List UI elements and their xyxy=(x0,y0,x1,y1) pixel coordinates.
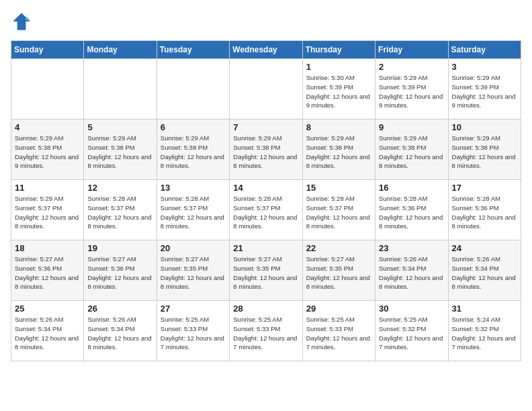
day-info: Sunrise: 5:25 AM Sunset: 5:33 PM Dayligh… xyxy=(161,315,226,352)
weekday-header-tuesday: Tuesday xyxy=(157,41,229,59)
svg-marker-0 xyxy=(13,13,30,30)
calendar-cell: 23Sunrise: 5:26 AM Sunset: 5:34 PM Dayli… xyxy=(375,240,448,301)
day-info: Sunrise: 5:26 AM Sunset: 5:34 PM Dayligh… xyxy=(379,255,444,291)
day-number: 3 xyxy=(452,62,517,72)
day-number: 21 xyxy=(233,243,298,253)
calendar-cell: 8Sunrise: 5:29 AM Sunset: 5:38 PM Daylig… xyxy=(302,120,375,180)
day-info: Sunrise: 5:29 AM Sunset: 5:39 PM Dayligh… xyxy=(379,73,444,110)
calendar-cell: 2Sunrise: 5:29 AM Sunset: 5:39 PM Daylig… xyxy=(375,59,448,120)
day-number: 16 xyxy=(379,183,444,193)
calendar-cell: 30Sunrise: 5:25 AM Sunset: 5:32 PM Dayli… xyxy=(375,301,448,361)
day-number: 25 xyxy=(15,304,80,314)
day-info: Sunrise: 5:28 AM Sunset: 5:36 PM Dayligh… xyxy=(452,194,517,231)
day-info: Sunrise: 5:24 AM Sunset: 5:32 PM Dayligh… xyxy=(452,315,517,352)
calendar-cell: 10Sunrise: 5:29 AM Sunset: 5:38 PM Dayli… xyxy=(448,120,521,180)
weekday-header-wednesday: Wednesday xyxy=(230,41,302,59)
day-info: Sunrise: 5:28 AM Sunset: 5:37 PM Dayligh… xyxy=(87,194,152,231)
day-number: 12 xyxy=(87,183,152,193)
day-info: Sunrise: 5:28 AM Sunset: 5:36 PM Dayligh… xyxy=(379,194,444,231)
svg-marker-1 xyxy=(26,16,30,20)
calendar-cell: 27Sunrise: 5:25 AM Sunset: 5:33 PM Dayli… xyxy=(157,301,229,361)
day-info: Sunrise: 5:29 AM Sunset: 5:38 PM Dayligh… xyxy=(452,134,517,171)
day-number: 18 xyxy=(15,243,80,253)
day-number: 17 xyxy=(452,183,517,193)
day-info: Sunrise: 5:26 AM Sunset: 5:34 PM Dayligh… xyxy=(15,315,80,352)
calendar-cell: 29Sunrise: 5:25 AM Sunset: 5:33 PM Dayli… xyxy=(302,301,375,361)
day-number: 29 xyxy=(306,304,371,314)
calendar-cell xyxy=(84,59,157,120)
day-info: Sunrise: 5:27 AM Sunset: 5:35 PM Dayligh… xyxy=(161,255,226,291)
day-info: Sunrise: 5:27 AM Sunset: 5:35 PM Dayligh… xyxy=(306,255,371,291)
day-info: Sunrise: 5:25 AM Sunset: 5:33 PM Dayligh… xyxy=(306,315,371,352)
day-info: Sunrise: 5:29 AM Sunset: 5:38 PM Dayligh… xyxy=(15,134,80,171)
day-info: Sunrise: 5:30 AM Sunset: 5:39 PM Dayligh… xyxy=(306,73,371,110)
calendar-cell: 4Sunrise: 5:29 AM Sunset: 5:38 PM Daylig… xyxy=(11,120,84,180)
day-number: 5 xyxy=(87,122,152,132)
day-number: 2 xyxy=(379,62,444,72)
calendar-cell: 21Sunrise: 5:27 AM Sunset: 5:35 PM Dayli… xyxy=(230,240,302,301)
day-number: 4 xyxy=(15,122,80,132)
day-number: 20 xyxy=(161,243,226,253)
calendar-cell: 16Sunrise: 5:28 AM Sunset: 5:36 PM Dayli… xyxy=(375,180,448,240)
day-number: 26 xyxy=(87,304,152,314)
day-info: Sunrise: 5:25 AM Sunset: 5:32 PM Dayligh… xyxy=(379,315,444,352)
day-info: Sunrise: 5:28 AM Sunset: 5:37 PM Dayligh… xyxy=(161,194,226,231)
day-number: 30 xyxy=(379,304,444,314)
day-info: Sunrise: 5:27 AM Sunset: 5:36 PM Dayligh… xyxy=(15,255,80,291)
calendar-cell: 25Sunrise: 5:26 AM Sunset: 5:34 PM Dayli… xyxy=(11,301,84,361)
day-info: Sunrise: 5:29 AM Sunset: 5:37 PM Dayligh… xyxy=(15,194,80,231)
day-number: 27 xyxy=(161,304,226,314)
weekday-header-saturday: Saturday xyxy=(448,41,521,59)
day-number: 15 xyxy=(306,183,371,193)
calendar-cell: 31Sunrise: 5:24 AM Sunset: 5:32 PM Dayli… xyxy=(448,301,521,361)
day-number: 14 xyxy=(233,183,298,193)
day-number: 31 xyxy=(452,304,517,314)
calendar-cell: 20Sunrise: 5:27 AM Sunset: 5:35 PM Dayli… xyxy=(157,240,229,301)
day-number: 6 xyxy=(161,122,226,132)
calendar-cell: 22Sunrise: 5:27 AM Sunset: 5:35 PM Dayli… xyxy=(302,240,375,301)
day-info: Sunrise: 5:27 AM Sunset: 5:36 PM Dayligh… xyxy=(87,255,152,291)
logo xyxy=(11,11,35,32)
calendar-cell: 9Sunrise: 5:29 AM Sunset: 5:38 PM Daylig… xyxy=(375,120,448,180)
calendar-cell: 6Sunrise: 5:29 AM Sunset: 5:38 PM Daylig… xyxy=(157,120,229,180)
day-number: 7 xyxy=(233,122,298,132)
day-info: Sunrise: 5:29 AM Sunset: 5:38 PM Dayligh… xyxy=(379,134,444,171)
day-number: 28 xyxy=(233,304,298,314)
day-number: 13 xyxy=(161,183,226,193)
calendar-cell: 26Sunrise: 5:26 AM Sunset: 5:34 PM Dayli… xyxy=(84,301,157,361)
day-number: 1 xyxy=(306,62,371,72)
calendar-cell: 17Sunrise: 5:28 AM Sunset: 5:36 PM Dayli… xyxy=(448,180,521,240)
day-number: 8 xyxy=(306,122,371,132)
logo-icon xyxy=(11,11,32,32)
day-info: Sunrise: 5:29 AM Sunset: 5:38 PM Dayligh… xyxy=(161,134,226,171)
calendar-cell xyxy=(157,59,229,120)
calendar-cell: 18Sunrise: 5:27 AM Sunset: 5:36 PM Dayli… xyxy=(11,240,84,301)
day-number: 19 xyxy=(87,243,152,253)
day-number: 9 xyxy=(379,122,444,132)
calendar-cell: 3Sunrise: 5:29 AM Sunset: 5:39 PM Daylig… xyxy=(448,59,521,120)
weekday-header-sunday: Sunday xyxy=(11,41,84,59)
calendar-cell: 15Sunrise: 5:28 AM Sunset: 5:37 PM Dayli… xyxy=(302,180,375,240)
day-info: Sunrise: 5:25 AM Sunset: 5:33 PM Dayligh… xyxy=(233,315,298,352)
calendar-cell: 28Sunrise: 5:25 AM Sunset: 5:33 PM Dayli… xyxy=(230,301,302,361)
weekday-header-thursday: Thursday xyxy=(302,41,375,59)
day-info: Sunrise: 5:28 AM Sunset: 5:37 PM Dayligh… xyxy=(306,194,371,231)
calendar-cell: 1Sunrise: 5:30 AM Sunset: 5:39 PM Daylig… xyxy=(302,59,375,120)
calendar-cell: 12Sunrise: 5:28 AM Sunset: 5:37 PM Dayli… xyxy=(84,180,157,240)
calendar-cell: 7Sunrise: 5:29 AM Sunset: 5:38 PM Daylig… xyxy=(230,120,302,180)
day-info: Sunrise: 5:26 AM Sunset: 5:34 PM Dayligh… xyxy=(87,315,152,352)
calendar-cell: 11Sunrise: 5:29 AM Sunset: 5:37 PM Dayli… xyxy=(11,180,84,240)
day-number: 11 xyxy=(15,183,80,193)
day-number: 10 xyxy=(452,122,517,132)
day-number: 22 xyxy=(306,243,371,253)
day-info: Sunrise: 5:27 AM Sunset: 5:35 PM Dayligh… xyxy=(233,255,298,291)
day-info: Sunrise: 5:29 AM Sunset: 5:39 PM Dayligh… xyxy=(452,73,517,110)
day-info: Sunrise: 5:29 AM Sunset: 5:38 PM Dayligh… xyxy=(87,134,152,171)
day-number: 23 xyxy=(379,243,444,253)
calendar-cell: 19Sunrise: 5:27 AM Sunset: 5:36 PM Dayli… xyxy=(84,240,157,301)
calendar-cell: 13Sunrise: 5:28 AM Sunset: 5:37 PM Dayli… xyxy=(157,180,229,240)
calendar-cell xyxy=(230,59,302,120)
calendar-cell: 14Sunrise: 5:28 AM Sunset: 5:37 PM Dayli… xyxy=(230,180,302,240)
day-info: Sunrise: 5:26 AM Sunset: 5:34 PM Dayligh… xyxy=(452,255,517,291)
day-info: Sunrise: 5:29 AM Sunset: 5:38 PM Dayligh… xyxy=(233,134,298,171)
